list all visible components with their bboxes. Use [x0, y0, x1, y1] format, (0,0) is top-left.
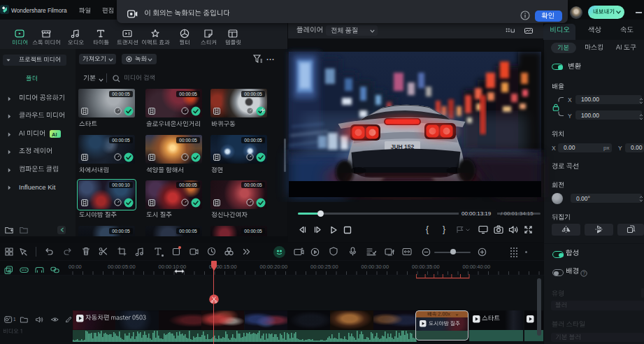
svg-text:?: ? [582, 271, 585, 275]
